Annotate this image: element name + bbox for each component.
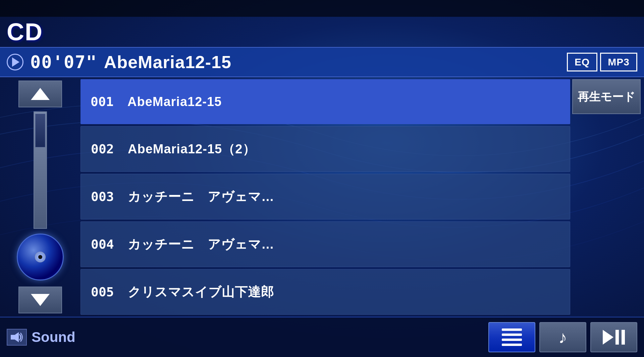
track-name-5: クリスマスイブ山下達郎 [128,284,274,301]
track-name-3: カッチーニ アヴェマ… [128,188,274,205]
pause-icon [615,330,625,345]
track-number-1: 001 [91,94,117,109]
sound-label: Sound [32,329,75,345]
scroll-track [34,111,47,229]
cd-hole [38,255,42,259]
track-name-1: AbeMaria12-15 [127,95,222,109]
sound-icon [11,332,23,342]
track-list: 001AbeMaria12-15002AbeMaria12-15（2）003カッ… [80,77,570,317]
play-triangle-icon [12,57,19,67]
track-number-2: 002 [91,142,118,156]
sound-icon-box [7,329,27,346]
mp3-button[interactable]: MP3 [600,53,637,71]
arrow-up-icon [31,88,50,100]
eq-mp3-buttons: EQ MP3 [567,53,637,71]
scroll-thumb[interactable] [35,114,45,147]
sound-section: Sound [7,329,75,346]
right-panel: 再生モード [570,77,644,317]
svg-rect-0 [11,335,15,340]
top-bar [0,0,644,17]
list-icon [502,328,522,346]
track-name-4: カッチーニ アヴェマ… [128,236,274,253]
track-item-4[interactable]: 004カッチーニ アヴェマ… [80,221,570,267]
page-title: CD [7,18,43,46]
playmode-button[interactable]: 再生モード [572,79,641,114]
track-item-3[interactable]: 003カッチーニ アヴェマ… [80,174,570,219]
play-status-icon [7,54,23,70]
main-screen: CD 00'07" AbeMaria12-15 EQ MP3 [0,0,644,357]
cd-header: CD [0,17,644,47]
list-line-3 [502,339,522,341]
pause-bar-2 [622,330,625,345]
list-line-1 [502,328,522,331]
track-name-2: AbeMaria12-15（2） [128,141,256,158]
music-note-button[interactable]: ♪ [539,322,586,352]
scroll-down-button[interactable] [18,287,62,313]
track-number-5: 005 [91,285,118,299]
main-content: 001AbeMaria12-15002AbeMaria12-15（2）003カッ… [0,77,644,317]
play-pause-button[interactable] [590,322,637,352]
cd-disc-image [17,234,64,280]
now-playing-bar: 00'07" AbeMaria12-15 EQ MP3 [0,47,644,77]
track-item-1[interactable]: 001AbeMaria12-15 [80,79,570,124]
play-pause-icon [603,330,625,345]
bottom-bar: Sound ♪ [0,317,644,357]
playback-time: 00'07" [30,52,97,72]
track-number-4: 004 [91,237,118,252]
list-button[interactable] [488,322,535,352]
play-icon [603,330,613,345]
track-number-3: 003 [91,189,118,204]
track-item-5[interactable]: 005クリスマスイブ山下達郎 [80,269,570,315]
svg-marker-1 [15,332,19,342]
now-playing-track-name: AbeMaria12-15 [104,52,560,72]
eq-button[interactable]: EQ [567,53,597,71]
list-line-2 [502,334,522,336]
music-note-icon: ♪ [558,327,567,347]
list-line-4 [502,344,522,346]
arrow-down-icon [31,294,50,306]
scroll-up-button[interactable] [18,81,62,107]
left-panel [0,77,80,317]
track-item-2[interactable]: 002AbeMaria12-15（2） [80,126,570,172]
pause-bar-1 [615,330,619,345]
